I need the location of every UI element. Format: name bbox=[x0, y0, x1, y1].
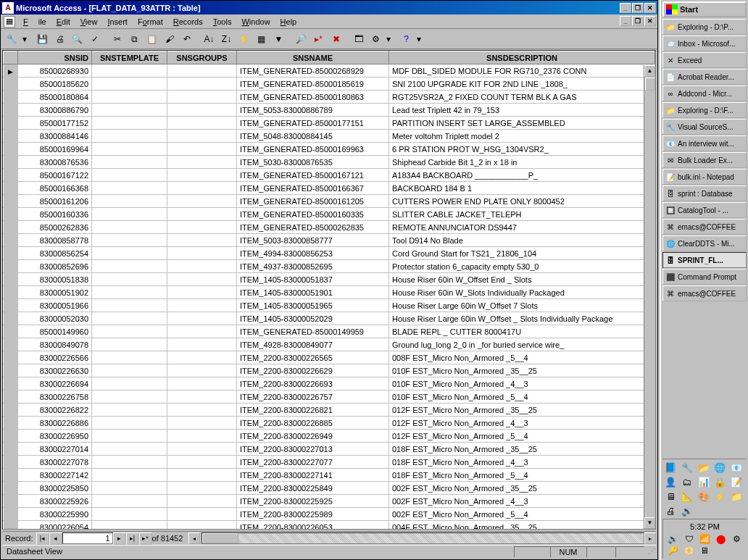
table-row[interactable]: 83000884146ITEM_5048-83000884145Meter vo… bbox=[4, 130, 655, 143]
table-row[interactable]: 83000226630ITEM_2200-83000226629010F EST… bbox=[4, 364, 655, 377]
cell-snsid[interactable]: 83000052030 bbox=[18, 312, 92, 325]
cell-snsdescription[interactable]: Meter voltohm Triplett model 2 bbox=[389, 130, 655, 143]
ql-icon[interactable]: 📁 bbox=[730, 490, 743, 503]
taskbar-item[interactable]: 📧An interview wit... bbox=[662, 135, 747, 151]
cell-snstemplate[interactable] bbox=[92, 351, 167, 364]
record-number-input[interactable] bbox=[62, 532, 113, 544]
cell-snsname[interactable]: ITEM_1405-83000051965 bbox=[237, 299, 389, 312]
cell-snsdescription[interactable]: 6 PR STATION PROT W_HSG_1304VSR2_ bbox=[389, 143, 655, 156]
cell-snstemplate[interactable] bbox=[92, 130, 167, 143]
cell-snsname[interactable]: ITEM_GENERATED-85000166367 bbox=[237, 182, 389, 195]
cell-snsid[interactable]: 83000226630 bbox=[18, 364, 92, 377]
cell-snsname[interactable]: ITEM_5048-83000884145 bbox=[237, 130, 389, 143]
row-selector[interactable] bbox=[4, 143, 18, 156]
row-selector[interactable] bbox=[4, 521, 18, 530]
row-selector[interactable] bbox=[4, 234, 18, 247]
cell-snsgroups[interactable] bbox=[167, 443, 237, 456]
cell-snsid[interactable]: 85000268930 bbox=[18, 64, 92, 78]
table-row[interactable]: 85000180864ITEM_GENERATED-85000180863RGT… bbox=[4, 91, 655, 104]
table-row[interactable]: 83000226886ITEM_2200-83000226885012F EST… bbox=[4, 417, 655, 430]
new-object-dd[interactable]: ▾ bbox=[385, 31, 392, 47]
cell-snsid[interactable]: 85000169964 bbox=[18, 143, 92, 156]
cell-snsdescription[interactable]: Protector station 6_capacity empty 530_0 bbox=[389, 260, 655, 273]
cell-snsname[interactable]: ITEM_2200-83000226693 bbox=[237, 377, 389, 390]
cell-snsid[interactable]: 83000226886 bbox=[18, 417, 92, 430]
cell-snsid[interactable]: 85000180864 bbox=[18, 91, 92, 104]
cell-snsid[interactable]: 83000227142 bbox=[18, 469, 92, 482]
cell-snstemplate[interactable] bbox=[92, 430, 167, 443]
cell-snsid[interactable]: 83000226566 bbox=[18, 351, 92, 364]
cell-snstemplate[interactable] bbox=[92, 260, 167, 273]
new-object-button[interactable]: ⚙ bbox=[367, 31, 384, 47]
cell-snsdescription[interactable]: Tool D914 No Blade bbox=[389, 234, 655, 247]
table-row[interactable]: 83000858778ITEM_5003-83000858777Tool D91… bbox=[4, 234, 655, 247]
table-row[interactable]: 83000227142ITEM_2200-83000227141018F EST… bbox=[4, 469, 655, 482]
cell-snsgroups[interactable] bbox=[167, 286, 237, 299]
ql-icon[interactable]: 📐 bbox=[681, 490, 694, 503]
cell-snsdescription[interactable]: BLADE REPL _ CUTTER 8000417U bbox=[389, 325, 655, 338]
row-selector[interactable] bbox=[4, 508, 18, 521]
cell-snsname[interactable]: ITEM_2200-83000226821 bbox=[237, 404, 389, 417]
cell-snsdescription[interactable]: 018F EST_Micro Non_Armored _35__25 bbox=[389, 443, 655, 456]
ql-icon[interactable]: 📂 bbox=[697, 461, 710, 474]
tray-icon[interactable]: 🔊 bbox=[666, 534, 681, 544]
hscroll-left-button[interactable]: ◂ bbox=[188, 532, 200, 544]
table-row[interactable]: 85000149960ITEM_GENERATED-85000149959BLA… bbox=[4, 325, 655, 338]
cell-snsid[interactable]: 83000051902 bbox=[18, 286, 92, 299]
format-painter-button[interactable]: 🖌 bbox=[161, 31, 178, 47]
start-button[interactable]: Start bbox=[662, 1, 747, 17]
row-selector[interactable] bbox=[4, 325, 18, 338]
cell-snstemplate[interactable] bbox=[92, 182, 167, 195]
child-restore-button[interactable]: ❐ bbox=[632, 16, 644, 26]
cell-snsdescription[interactable]: 010F EST_Micro Non_Armored _4__3 bbox=[389, 377, 655, 390]
cell-snsdescription[interactable]: Cord Ground Start for TS21_ 21806_104 bbox=[389, 247, 655, 260]
cell-snsname[interactable]: ITEM_2200-83000226053 bbox=[237, 521, 389, 530]
table-row[interactable]: 83000856254ITEM_4994-83000856253Cord Gro… bbox=[4, 247, 655, 260]
last-record-button[interactable]: ▸| bbox=[126, 532, 139, 545]
cell-snsname[interactable]: ITEM_4994-83000856253 bbox=[237, 247, 389, 260]
cell-snsid[interactable]: 83000852696 bbox=[18, 260, 92, 273]
cell-snstemplate[interactable] bbox=[92, 104, 167, 117]
cell-snsname[interactable]: ITEM_5030-83000876535 bbox=[237, 156, 389, 169]
cell-snsgroups[interactable] bbox=[167, 156, 237, 169]
tray-icon[interactable]: ⬤ bbox=[713, 534, 728, 544]
row-selector[interactable] bbox=[4, 443, 18, 456]
cell-snsgroups[interactable] bbox=[167, 521, 237, 530]
cell-snsname[interactable]: ITEM_2200-83000227141 bbox=[237, 469, 389, 482]
tray-icon[interactable]: 🔑 bbox=[666, 546, 681, 556]
cell-snsid[interactable]: 85000161206 bbox=[18, 195, 92, 208]
taskbar-item[interactable]: 📨Inbox - Microsof... bbox=[662, 35, 747, 51]
cell-snsdescription[interactable]: Ground lug_long 2_0 in _for buried servi… bbox=[389, 338, 655, 351]
cell-snsid[interactable]: 85000177152 bbox=[18, 117, 92, 130]
row-selector[interactable] bbox=[4, 78, 18, 91]
cell-snsgroups[interactable] bbox=[167, 104, 237, 117]
cell-snsname[interactable]: ITEM_1405-83000051837 bbox=[237, 273, 389, 286]
cell-snsdescription[interactable]: REMOTE ANNUNCIATOR DS9447 bbox=[389, 221, 655, 234]
cell-snsgroups[interactable] bbox=[167, 351, 237, 364]
row-selector[interactable] bbox=[4, 182, 18, 195]
table-row[interactable]: 83000052030ITEM_1405-83000052029House Ri… bbox=[4, 312, 655, 325]
table-row[interactable]: 83000225990ITEM_2200-83000225989002F EST… bbox=[4, 508, 655, 521]
cell-snsgroups[interactable] bbox=[167, 273, 237, 286]
ql-icon[interactable]: ⚡ bbox=[713, 490, 726, 503]
cell-snsname[interactable]: ITEM_2200-83000226757 bbox=[237, 390, 389, 404]
cell-snstemplate[interactable] bbox=[92, 286, 167, 299]
cell-snsgroups[interactable] bbox=[167, 221, 237, 234]
cell-snstemplate[interactable] bbox=[92, 364, 167, 377]
apply-filter-button[interactable]: ▼ bbox=[270, 31, 287, 47]
cell-snsgroups[interactable] bbox=[167, 312, 237, 325]
doc-icon[interactable]: ▦ bbox=[4, 16, 15, 28]
cell-snsgroups[interactable] bbox=[167, 482, 237, 495]
ql-icon[interactable]: 🔊 bbox=[681, 504, 694, 517]
cell-snsname[interactable]: ITEM_2200-83000227013 bbox=[237, 443, 389, 456]
scroll-down-button[interactable]: ▼ bbox=[644, 517, 655, 529]
cell-snsgroups[interactable] bbox=[167, 78, 237, 91]
cell-snsname[interactable]: ITEM_GENERATED-85000160335 bbox=[237, 208, 389, 221]
cell-snstemplate[interactable] bbox=[92, 221, 167, 234]
clock[interactable]: 5:32 PM bbox=[665, 521, 745, 532]
cell-snsgroups[interactable] bbox=[167, 117, 237, 130]
row-selector[interactable] bbox=[4, 156, 18, 169]
cell-snstemplate[interactable] bbox=[92, 325, 167, 338]
sort-desc-button[interactable]: Z↓ bbox=[218, 31, 235, 47]
cell-snsdescription[interactable]: A183A4 BACKBOARD ____________P_ bbox=[389, 169, 655, 182]
